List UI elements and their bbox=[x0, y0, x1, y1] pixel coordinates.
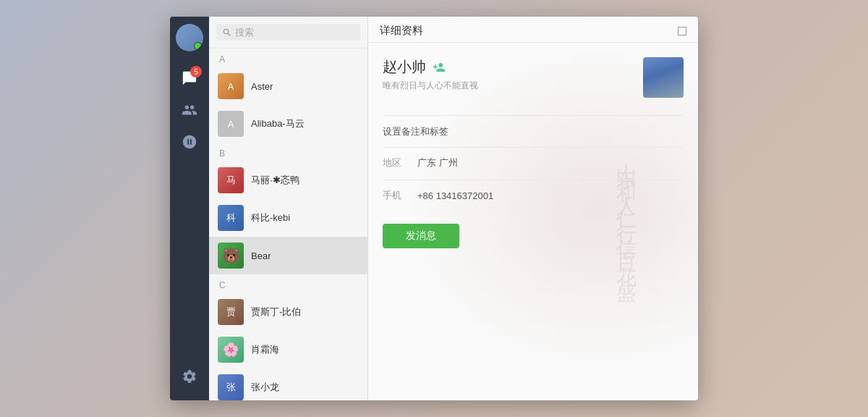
contact-item[interactable]: 科科比-kebi bbox=[209, 199, 367, 237]
chat-icon[interactable]: 5 bbox=[176, 64, 203, 92]
sidebar: 5 bbox=[170, 17, 209, 400]
contact-item[interactable]: 🐻Bear bbox=[209, 237, 367, 274]
contact-name: 贾斯丁-比伯 bbox=[251, 306, 301, 319]
profile-name-row: 赵小帅 bbox=[383, 57, 634, 77]
group-label-A: A bbox=[209, 49, 367, 67]
contact-avatar: 贾 bbox=[218, 299, 244, 325]
contact-avatar: 科 bbox=[218, 205, 244, 231]
discover-icon[interactable] bbox=[176, 128, 203, 156]
contact-item[interactable]: AAster bbox=[209, 67, 367, 105]
group-label-B: B bbox=[209, 143, 367, 161]
search-icon bbox=[222, 28, 232, 38]
region-value: 广东 广州 bbox=[417, 156, 458, 169]
region-key: 地区 bbox=[383, 156, 403, 169]
profile-photo bbox=[643, 57, 684, 98]
contact-name: 肖霜海 bbox=[251, 343, 279, 356]
contact-name: 马丽·✱忞鸭 bbox=[251, 174, 299, 187]
profile-status: 唯有烈日与人心不能直视 bbox=[383, 80, 634, 92]
contact-name: Bear bbox=[251, 250, 271, 261]
profile-info: 赵小帅 唯有烈日与人心不能直视 bbox=[383, 57, 634, 92]
profile-name: 赵小帅 bbox=[383, 57, 426, 77]
contact-name: 科比-kebi bbox=[251, 211, 290, 224]
contact-avatar: 张 bbox=[218, 374, 244, 400]
contact-item[interactable]: AAlibaba-马云 bbox=[209, 105, 367, 143]
contact-item[interactable]: 马马丽·✱忞鸭 bbox=[209, 161, 367, 199]
search-bar bbox=[209, 17, 367, 49]
contacts-icon[interactable] bbox=[176, 96, 203, 124]
contact-item[interactable]: 张张小龙 bbox=[209, 368, 367, 400]
divider-2 bbox=[383, 147, 684, 148]
phone-row: 手机 +86 13416372001 bbox=[383, 189, 684, 202]
tag-section[interactable]: 设置备注和标签 bbox=[383, 125, 684, 138]
contact-item[interactable]: 贾贾斯丁-比伯 bbox=[209, 293, 367, 331]
contact-avatar: 马 bbox=[218, 167, 244, 193]
settings-icon[interactable] bbox=[176, 363, 203, 390]
detail-header: 详细资料 bbox=[368, 17, 698, 43]
profile-section: 赵小帅 唯有烈日与人心不能直视 bbox=[383, 57, 684, 98]
search-input-wrap[interactable] bbox=[216, 24, 360, 41]
phone-value: +86 13416372001 bbox=[417, 190, 493, 201]
contact-avatar: A bbox=[218, 111, 244, 137]
region-row: 地区 广东 广州 bbox=[383, 156, 684, 169]
contacts-list: AAAsterAAlibaba-马云B马马丽·✱忞鸭科科比-kebi🐻BearC… bbox=[209, 49, 367, 400]
detail-panel: 山东 和 人 仁 行 信 百 花 盛 详细资料 赵小帅 唯有烈日与人心不能直视 bbox=[368, 17, 698, 400]
contact-name: Alibaba-马云 bbox=[251, 117, 305, 130]
contacts-panel: AAAsterAAlibaba-马云B马马丽·✱忞鸭科科比-kebi🐻BearC… bbox=[209, 17, 368, 400]
contact-avatar: 🌸 bbox=[218, 337, 244, 363]
chat-badge: 5 bbox=[190, 66, 202, 77]
window-control[interactable] bbox=[678, 27, 686, 35]
tag-label: 设置备注和标签 bbox=[383, 126, 448, 137]
app-window: 5 AAAsterAAlibaba-马云B马马丽·✱忞鸭科科比-kebi🐻Bea… bbox=[170, 17, 698, 400]
contact-name: Aster bbox=[251, 81, 273, 92]
divider-1 bbox=[383, 115, 684, 116]
search-input[interactable] bbox=[235, 27, 354, 38]
contact-name: 张小龙 bbox=[251, 381, 279, 394]
send-message-button[interactable]: 发消息 bbox=[383, 224, 459, 248]
user-avatar[interactable] bbox=[176, 24, 203, 51]
contact-avatar: A bbox=[218, 73, 244, 99]
detail-content: 赵小帅 唯有烈日与人心不能直视 设置备注和标签 地区 广东 bbox=[368, 43, 698, 400]
contact-avatar: 🐻 bbox=[218, 243, 244, 269]
divider-3 bbox=[383, 180, 684, 180]
group-label-C: C bbox=[209, 274, 367, 293]
phone-key: 手机 bbox=[383, 189, 403, 202]
detail-title: 详细资料 bbox=[380, 24, 423, 38]
add-friend-icon[interactable] bbox=[432, 60, 446, 75]
contact-item[interactable]: 🌸肖霜海 bbox=[209, 331, 367, 368]
